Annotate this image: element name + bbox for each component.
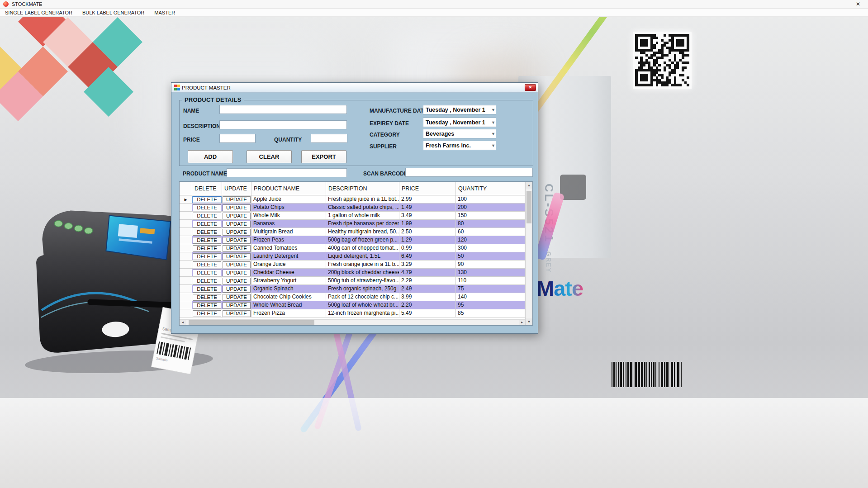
scroll-up-icon[interactable]: ▴ [526, 182, 532, 189]
menu-master[interactable]: MASTER [149, 9, 180, 16]
price-input[interactable] [219, 134, 256, 143]
row-selector[interactable]: ▶ [180, 293, 192, 301]
row-selector[interactable]: ▶ [180, 220, 192, 228]
row-selector[interactable]: ▶ [180, 252, 192, 261]
table-row[interactable]: ▶ DELETE UPDATE Organic Spinach Fresh or… [180, 285, 525, 293]
logo-prefix: M [536, 276, 554, 300]
row-update-button[interactable]: UPDATE [223, 221, 251, 227]
row-update-button[interactable]: UPDATE [223, 204, 251, 211]
row-update-button[interactable]: UPDATE [223, 286, 251, 293]
name-input[interactable] [219, 105, 347, 114]
column-header-update[interactable]: UPDATE [222, 182, 251, 195]
row-update-button[interactable]: UPDATE [223, 253, 251, 260]
product-name-search-input[interactable] [227, 168, 347, 177]
table-row[interactable]: ▶ DELETE UPDATE Strawberry Yogurt 500g t… [180, 277, 525, 285]
row-selector[interactable]: ▶ [180, 212, 192, 220]
row-update-button[interactable]: UPDATE [223, 261, 251, 268]
column-header-product-name[interactable]: PRODUCT NAME [251, 182, 326, 195]
table-row[interactable]: ▶ DELETE UPDATE Bananas Fresh ripe banan… [180, 220, 525, 228]
row-update-button[interactable]: UPDATE [223, 213, 251, 219]
row-selector[interactable]: ▶ [180, 236, 192, 244]
manufacture-date-picker[interactable]: Tuesday , November 1 ▾ [423, 105, 496, 114]
row-delete-button[interactable]: DELETE [193, 245, 221, 252]
table-row[interactable]: ▶ DELETE UPDATE Frozen Peas 500g bag of … [180, 236, 525, 244]
horizontal-scrollbar-thumb[interactable] [189, 320, 314, 325]
row-selector[interactable]: ▶ [180, 244, 192, 252]
row-update-button[interactable]: UPDATE [223, 237, 251, 244]
table-row[interactable]: ▶ DELETE UPDATE Cheddar Cheese 200g bloc… [180, 269, 525, 277]
scan-barcode-input[interactable] [405, 168, 533, 177]
supplier-value: Fresh Farms Inc. [426, 142, 471, 149]
row-selector[interactable]: ▶ [180, 309, 192, 317]
menu-single-label-generator[interactable]: SINGLE LABEL GENERATOR [0, 9, 77, 16]
row-update-button[interactable]: UPDATE [223, 245, 251, 252]
column-header-price[interactable]: PRICE [399, 182, 456, 195]
price-cell: 3.99 [399, 293, 456, 301]
table-row[interactable]: ▶ DELETE UPDATE Whole Wheat Bread 500g l… [180, 301, 525, 309]
vertical-scrollbar[interactable]: ▴ ▾ [525, 182, 532, 325]
row-delete-button[interactable]: DELETE [193, 253, 221, 260]
table-row[interactable]: ▶ DELETE UPDATE Frozen Pizza 12-inch fro… [180, 309, 525, 317]
row-delete-button[interactable]: DELETE [193, 196, 221, 203]
price-cell: 5.49 [399, 309, 456, 317]
row-selector[interactable]: ▶ [180, 195, 192, 204]
dialog-close-button[interactable]: ✕ [525, 84, 536, 91]
table-row[interactable]: ▶ DELETE UPDATE Chocolate Chip Cookies P… [180, 293, 525, 301]
add-button[interactable]: ADD [188, 150, 233, 163]
horizontal-scrollbar[interactable]: ◂ ▸ [180, 319, 525, 325]
scroll-right-icon[interactable]: ▸ [519, 320, 525, 325]
row-update-button[interactable]: UPDATE [223, 270, 251, 276]
description-input[interactable] [219, 120, 347, 129]
clear-button[interactable]: CLEAR [247, 150, 292, 163]
row-delete-button[interactable]: DELETE [193, 213, 221, 219]
row-selector[interactable]: ▶ [180, 204, 192, 212]
row-update-button[interactable]: UPDATE [223, 310, 251, 317]
expirey-date-picker[interactable]: Tuesday , November 1 ▾ [423, 118, 496, 127]
dialog-titlebar[interactable]: PRODUCT MASTER ✕ [171, 83, 538, 93]
category-dropdown[interactable]: Beverages ▾ [423, 129, 496, 138]
row-selector[interactable]: ▶ [180, 261, 192, 269]
export-button[interactable]: EXPORT [301, 150, 346, 163]
row-delete-button[interactable]: DELETE [193, 270, 221, 276]
row-delete-button[interactable]: DELETE [193, 302, 221, 309]
row-delete-button[interactable]: DELETE [193, 221, 221, 227]
row-selector[interactable]: ▶ [180, 285, 192, 293]
vertical-scrollbar-thumb[interactable] [526, 191, 531, 223]
column-header-description[interactable]: DESCRIPTION [326, 182, 399, 195]
table-row[interactable]: ▶ DELETE UPDATE Canned Tomatoes 400g can… [180, 244, 525, 252]
row-selector[interactable]: ▶ [180, 301, 192, 309]
row-delete-button[interactable]: DELETE [193, 294, 221, 301]
diamond-pattern [0, 13, 154, 126]
row-delete-button[interactable]: DELETE [193, 261, 221, 268]
table-row[interactable]: ▶ DELETE UPDATE Apple Juice Fresh apple … [180, 195, 525, 204]
row-selector[interactable]: ▶ [180, 277, 192, 285]
row-delete-button[interactable]: DELETE [193, 278, 221, 284]
quantity-input[interactable] [311, 134, 347, 143]
row-update-button[interactable]: UPDATE [223, 278, 251, 284]
row-selector[interactable]: ▶ [180, 269, 192, 277]
table-row[interactable]: ▶ DELETE UPDATE Potato Chips Classic sal… [180, 204, 525, 212]
row-update-button[interactable]: UPDATE [223, 294, 251, 301]
row-delete-button[interactable]: DELETE [193, 310, 221, 317]
table-row[interactable]: ▶ DELETE UPDATE Orange Juice Fresh orang… [180, 261, 525, 269]
row-delete-button[interactable]: DELETE [193, 229, 221, 236]
window-close-icon[interactable]: ✕ [851, 1, 865, 7]
row-selector[interactable]: ▶ [180, 228, 192, 236]
product-name-cell: Whole Milk [251, 212, 326, 220]
row-update-button[interactable]: UPDATE [223, 196, 251, 203]
row-update-button[interactable]: UPDATE [223, 302, 251, 309]
row-delete-button[interactable]: DELETE [193, 286, 221, 293]
scroll-down-icon[interactable]: ▾ [526, 318, 532, 325]
table-row[interactable]: ▶ DELETE UPDATE Whole Milk 1 gallon of w… [180, 212, 525, 220]
menu-bulk-label-generator[interactable]: BULK LABEL GENERATOR [77, 9, 149, 16]
row-update-button[interactable]: UPDATE [223, 229, 251, 236]
table-row[interactable]: ▶ DELETE UPDATE Laundry Detergent Liquid… [180, 252, 525, 261]
column-header-quantity[interactable]: QUANTITY [456, 182, 525, 195]
scroll-left-icon[interactable]: ◂ [180, 320, 186, 325]
supplier-dropdown[interactable]: Fresh Farms Inc. ▾ [423, 141, 496, 150]
table-row[interactable]: ▶ DELETE UPDATE Multigrain Bread Healthy… [180, 228, 525, 236]
row-delete-button[interactable]: DELETE [193, 237, 221, 244]
row-delete-button[interactable]: DELETE [193, 204, 221, 211]
column-header-delete[interactable]: DELETE [192, 182, 222, 195]
logo-suffix: ate [554, 276, 583, 300]
